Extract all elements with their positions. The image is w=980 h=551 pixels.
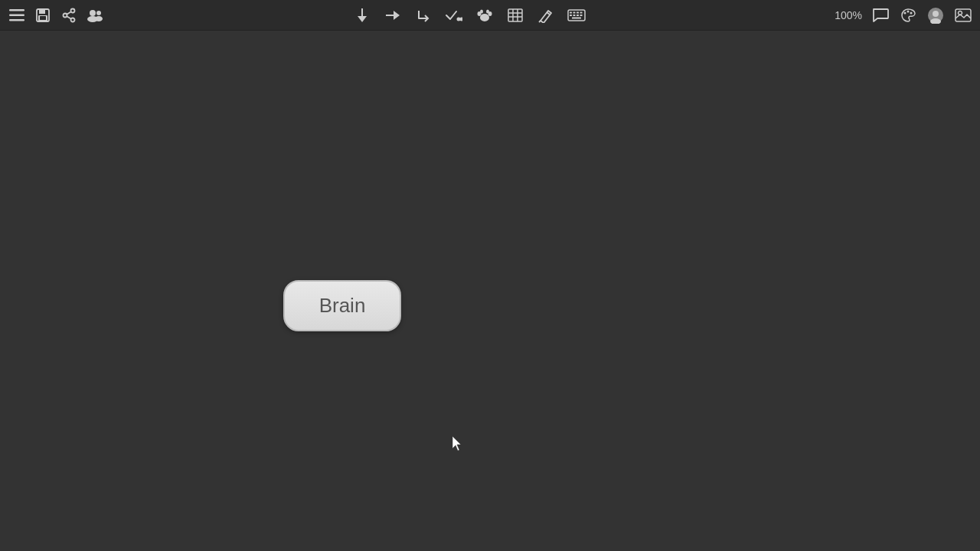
svg-point-15 xyxy=(95,16,103,21)
svg-point-26 xyxy=(486,9,489,13)
menu-icon[interactable] xyxy=(8,6,26,24)
insert-child-icon[interactable] xyxy=(414,6,433,24)
svg-rect-4 xyxy=(39,9,45,14)
svg-line-33 xyxy=(539,21,541,22)
toolbar-left xyxy=(8,6,104,24)
svg-rect-36 xyxy=(573,11,576,13)
table-icon[interactable] xyxy=(506,6,524,24)
zoom-level[interactable]: 100% xyxy=(835,9,862,21)
toolbar-center xyxy=(109,6,830,24)
insert-below-icon[interactable] xyxy=(353,6,371,24)
svg-rect-43 xyxy=(572,17,581,18)
svg-rect-40 xyxy=(573,15,576,16)
group-icon[interactable] xyxy=(86,6,104,24)
svg-rect-35 xyxy=(570,11,572,13)
svg-point-44 xyxy=(904,11,906,14)
theme-icon[interactable] xyxy=(899,6,917,24)
keyboard-icon[interactable] xyxy=(567,6,586,24)
comment-icon[interactable] xyxy=(871,6,890,24)
svg-point-20 xyxy=(458,18,460,20)
svg-point-48 xyxy=(933,11,939,17)
svg-marker-19 xyxy=(394,11,400,20)
svg-rect-2 xyxy=(9,19,24,21)
svg-rect-1 xyxy=(9,14,24,16)
svg-line-10 xyxy=(67,11,71,15)
svg-rect-39 xyxy=(570,15,572,16)
edit-icon[interactable] xyxy=(537,6,555,24)
save-icon[interactable] xyxy=(34,6,52,24)
svg-point-21 xyxy=(461,18,463,20)
svg-rect-6 xyxy=(40,16,46,20)
svg-line-32 xyxy=(547,12,550,15)
svg-point-13 xyxy=(96,11,101,15)
svg-point-22 xyxy=(480,14,489,21)
svg-marker-52 xyxy=(452,436,461,451)
svg-point-45 xyxy=(907,10,910,12)
svg-rect-37 xyxy=(577,11,579,13)
paw-icon[interactable] xyxy=(475,6,494,24)
svg-point-25 xyxy=(480,9,483,13)
svg-marker-17 xyxy=(358,16,367,22)
brain-node-label: Brain xyxy=(319,294,366,318)
svg-rect-0 xyxy=(9,9,24,11)
svg-rect-27 xyxy=(508,9,522,21)
svg-rect-42 xyxy=(580,15,583,16)
toolbar-right: 100% xyxy=(835,6,972,24)
canvas[interactable]: Brain xyxy=(0,31,980,551)
svg-rect-41 xyxy=(577,15,579,16)
share-icon[interactable] xyxy=(60,6,78,24)
image-icon[interactable] xyxy=(954,6,972,24)
svg-rect-38 xyxy=(580,11,583,13)
check-icon[interactable] xyxy=(445,6,463,24)
svg-line-11 xyxy=(67,16,71,19)
toolbar: 100% xyxy=(0,0,980,31)
svg-point-12 xyxy=(90,10,96,16)
svg-point-46 xyxy=(910,11,913,14)
svg-point-7 xyxy=(64,13,67,17)
insert-right-icon[interactable] xyxy=(384,6,402,24)
account-icon[interactable] xyxy=(926,6,945,24)
brain-node[interactable]: Brain xyxy=(283,280,401,331)
